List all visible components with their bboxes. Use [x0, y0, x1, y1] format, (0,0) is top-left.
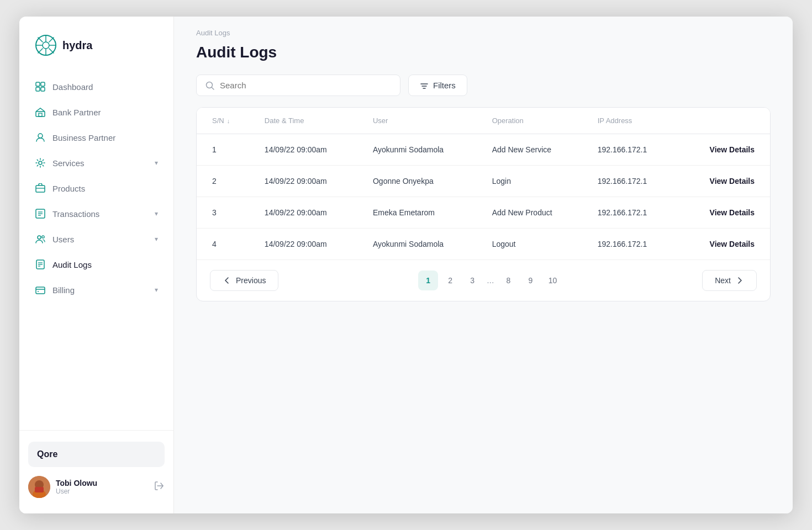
cell-sn: 3 — [197, 197, 254, 229]
cell-sn: 4 — [197, 229, 254, 260]
search-input[interactable] — [220, 81, 391, 90]
svg-point-32 — [38, 291, 39, 292]
filter-label: Filters — [433, 81, 456, 90]
sidebar-item-users[interactable]: Users ▾ — [19, 226, 173, 252]
billing-icon — [35, 284, 46, 295]
cell-action: View Details — [678, 134, 770, 166]
next-label: Next — [715, 276, 731, 285]
user-row: Tobi Olowu User — [28, 476, 165, 498]
filter-button[interactable]: Filters — [408, 75, 467, 96]
svg-rect-30 — [36, 287, 45, 294]
chevron-down-icon: ▾ — [155, 159, 158, 167]
audit-logs-table: S/N ↓ Date & Time User Operation IP Addr… — [196, 107, 771, 301]
svg-rect-14 — [36, 112, 45, 116]
sidebar-item-audit-logs[interactable]: Audit Logs — [19, 252, 173, 277]
search-icon — [205, 81, 214, 90]
view-details-button[interactable]: View Details — [710, 208, 755, 217]
svg-point-17 — [39, 161, 42, 165]
page-header: Audit Logs — [174, 37, 793, 75]
page-number-8[interactable]: 8 — [499, 271, 519, 290]
user-name: Tobi Olowu — [56, 479, 148, 487]
cell-user: Ayokunmi Sodamola — [362, 134, 481, 166]
main-nav: Dashboard Bank Partner Business Partner — [19, 70, 173, 430]
org-name: Qore — [28, 442, 165, 467]
cell-datetime: 14/09/22 09:00am — [254, 166, 362, 197]
cell-ip: 192.166.172.1 — [587, 197, 678, 229]
view-details-button[interactable]: View Details — [710, 177, 755, 186]
next-button[interactable]: Next — [702, 270, 757, 291]
logo: hydra — [19, 17, 173, 70]
cell-operation: Login — [481, 166, 587, 197]
cell-action: View Details — [678, 197, 770, 229]
sidebar-item-label: Transactions — [52, 209, 99, 219]
sidebar-item-label: Products — [52, 184, 85, 193]
sidebar-item-billing[interactable]: Billing ▾ — [19, 277, 173, 303]
logo-icon — [35, 34, 57, 56]
arrow-left-icon — [223, 276, 231, 285]
breadcrumb: Audit Logs — [174, 17, 793, 37]
users-icon — [35, 234, 46, 245]
sidebar-item-services[interactable]: Services ▾ — [19, 150, 173, 176]
table-row: 2 14/09/22 09:00am Ogonne Onyekpa Login … — [197, 166, 770, 197]
view-details-button[interactable]: View Details — [710, 145, 755, 154]
cell-ip: 192.166.172.1 — [587, 166, 678, 197]
cell-datetime: 14/09/22 09:00am — [254, 229, 362, 260]
sidebar-item-label: Audit Logs — [52, 260, 92, 269]
table-row: 1 14/09/22 09:00am Ayokunmi Sodamola Add… — [197, 134, 770, 166]
col-sn: S/N ↓ — [197, 108, 254, 134]
logout-button[interactable] — [154, 480, 165, 494]
avatar — [28, 476, 50, 498]
sidebar-item-bank-partner[interactable]: Bank Partner — [19, 99, 173, 125]
svg-rect-36 — [35, 487, 44, 492]
svg-point-24 — [38, 236, 41, 239]
page-number-9[interactable]: 9 — [521, 271, 541, 290]
svg-line-7 — [49, 49, 54, 54]
col-datetime: Date & Time — [254, 108, 362, 134]
svg-line-6 — [38, 38, 43, 43]
sidebar-item-products[interactable]: Products — [19, 176, 173, 201]
services-icon — [35, 157, 46, 168]
col-operation: Operation — [481, 108, 587, 134]
cell-user: Emeka Emetarom — [362, 197, 481, 229]
chevron-down-icon: ▾ — [155, 210, 158, 218]
cell-user: Ayokunmi Sodamola — [362, 229, 481, 260]
user-role: User — [56, 487, 148, 495]
cell-ip: 192.166.172.1 — [587, 229, 678, 260]
svg-line-8 — [49, 38, 54, 43]
view-details-button[interactable]: View Details — [710, 240, 755, 248]
app-name: hydra — [62, 39, 92, 52]
col-action — [678, 108, 770, 134]
sidebar-item-dashboard[interactable]: Dashboard — [19, 74, 173, 99]
sidebar-item-label: Users — [52, 235, 74, 244]
search-box[interactable] — [196, 75, 400, 96]
cell-operation: Add New Service — [481, 134, 587, 166]
page-number-10[interactable]: 10 — [543, 271, 563, 290]
business-icon — [35, 132, 46, 143]
col-user: User — [362, 108, 481, 134]
sidebar: hydra Dashboard Bank Partner — [19, 17, 174, 513]
page-ellipsis: ... — [484, 275, 496, 285]
svg-point-16 — [38, 134, 43, 138]
prev-label: Previous — [236, 276, 266, 285]
prev-button[interactable]: Previous — [210, 270, 278, 291]
cell-action: View Details — [678, 166, 770, 197]
cell-datetime: 14/09/22 09:00am — [254, 197, 362, 229]
sidebar-item-label: Services — [52, 158, 85, 168]
page-number-2[interactable]: 2 — [440, 271, 460, 290]
col-ip: IP Address — [587, 108, 678, 134]
svg-rect-18 — [36, 186, 45, 192]
cell-action: View Details — [678, 229, 770, 260]
table-row: 4 14/09/22 09:00am Ayokunmi Sodamola Log… — [197, 229, 770, 260]
sidebar-item-business-partner[interactable]: Business Partner — [19, 125, 173, 150]
page-number-1[interactable]: 1 — [418, 271, 438, 290]
pagination: Previous 123...8910 Next — [197, 259, 770, 301]
toolbar: Filters — [174, 75, 793, 107]
sidebar-item-transactions[interactable]: Transactions ▾ — [19, 201, 173, 226]
main-content: Audit Logs Audit Logs Filters — [174, 17, 793, 513]
svg-point-25 — [42, 236, 44, 238]
sidebar-item-label: Business Partner — [52, 133, 115, 142]
page-number-3[interactable]: 3 — [462, 271, 482, 290]
svg-rect-13 — [41, 87, 45, 91]
sidebar-item-label: Bank Partner — [52, 108, 101, 117]
svg-rect-12 — [36, 87, 40, 91]
